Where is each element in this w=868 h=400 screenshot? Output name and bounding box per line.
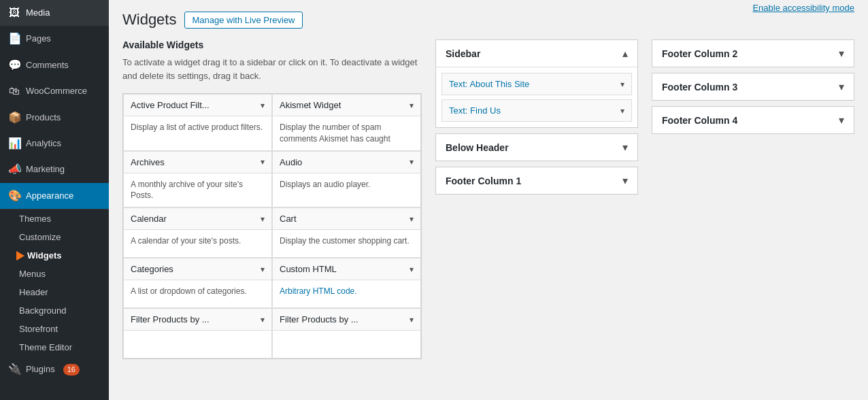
sidebar-item-label: Analytics — [26, 137, 61, 150]
woocommerce-icon: 🛍 — [8, 84, 20, 99]
sidebar-item-label: Marketing — [26, 163, 65, 176]
sidebar-item-comments[interactable]: 💬 Comments — [0, 52, 109, 78]
widget-title: Akismet Widget — [280, 100, 341, 110]
page-title: Widgets — [122, 11, 176, 29]
sidebar-area-sidebar-header[interactable]: Sidebar ▴ — [436, 40, 637, 67]
sidebar-item-marketing[interactable]: 📣 Marketing — [0, 156, 109, 182]
sidebar-area-title: Footer Column 1 — [446, 176, 521, 186]
chevron-down-icon: ▾ — [410, 101, 414, 110]
widget-label: Text: Find Us — [449, 105, 501, 116]
sidebar-area-sidebar-content: Text: About This Site ▾ Text: Find Us ▾ — [436, 67, 637, 127]
widget-title: Categories — [131, 264, 173, 274]
sidebar-area-footer-col-3: Footer Column 3 ▾ — [652, 73, 854, 101]
widget-title: Custom HTML — [280, 264, 337, 274]
submenu-theme-editor[interactable]: Theme Editor — [0, 338, 109, 356]
widget-title: Active Product Filt... — [131, 100, 210, 110]
media-icon: 🖼 — [8, 5, 20, 20]
chevron-down-icon: ▾ — [261, 101, 265, 110]
chevron-down-icon: ▾ — [261, 265, 265, 274]
sidebar-area-footer-col-4-header[interactable]: Footer Column 4 ▾ — [652, 107, 854, 133]
widget-categories: Categories ▾ A list or dropdown of categ… — [123, 258, 272, 308]
submenu-header[interactable]: Header — [0, 283, 109, 301]
sidebar-item-appearance[interactable]: 🎨 Appearance — [0, 183, 109, 209]
sidebar-item-analytics[interactable]: 📊 Analytics — [0, 131, 109, 156]
widget-desc: Display the customer shopping cart. — [273, 230, 420, 257]
chevron-down-icon: ▾ — [839, 80, 844, 93]
sidebar-area-below-header: Below Header ▾ — [435, 133, 638, 161]
widget-filter-products-1: Filter Products by ... ▾ — [123, 308, 272, 359]
widget-calendar: Calendar ▾ A calendar of your site's pos… — [123, 207, 272, 258]
submenu-storefront[interactable]: Storefront — [0, 320, 109, 338]
submenu-customize[interactable]: Customize — [0, 228, 109, 246]
sidebar-area-title: Sidebar — [446, 48, 480, 59]
plugins-icon: 🔌 — [8, 362, 20, 377]
widget-active-product-filt: Active Product Filt... ▾ Display a list … — [123, 94, 272, 151]
chevron-down-icon: ▾ — [410, 214, 414, 224]
sidebar-area-footer-col-1: Footer Column 1 ▾ — [435, 167, 638, 195]
enable-accessibility-link[interactable]: Enable accessibility mode — [752, 3, 854, 13]
sidebar-area-title: Footer Column 2 — [662, 48, 737, 59]
widgets-instructions: To activate a widget drag it to a sideba… — [122, 56, 422, 82]
text-widget-about[interactable]: Text: About This Site ▾ — [441, 73, 632, 95]
widget-filter-2-header[interactable]: Filter Products by ... ▾ — [273, 309, 420, 331]
sidebars-panel: Sidebar ▴ Text: About This Site ▾ — [435, 39, 854, 359]
sidebar-area-footer-col-1-header[interactable]: Footer Column 1 ▾ — [436, 167, 637, 194]
sidebar-item-pages[interactable]: 📄 Pages — [0, 26, 109, 52]
widget-title: Archives — [131, 157, 165, 167]
widget-desc: A calendar of your site's posts. — [124, 230, 271, 257]
submenu-widgets[interactable]: Widgets — [0, 246, 109, 265]
page-header: Widgets Manage with Live Preview — [122, 11, 854, 29]
chevron-down-icon: ▾ — [261, 157, 265, 167]
widget-desc: Arbitrary HTML code. — [273, 280, 420, 307]
sidebar-area-footer-col-2-header[interactable]: Footer Column 2 ▾ — [652, 40, 854, 67]
widget-categories-header[interactable]: Categories ▾ — [124, 259, 271, 280]
submenu-themes[interactable]: Themes — [0, 210, 109, 228]
widget-desc: Displays an audio player. — [273, 173, 420, 201]
chevron-down-icon: ▾ — [839, 114, 844, 127]
widget-custom-html: Custom HTML ▾ Arbitrary HTML code. — [272, 258, 421, 308]
widget-cart: Cart ▾ Display the customer shopping car… — [272, 207, 421, 258]
sidebar-item-media[interactable]: 🖼 Media — [0, 0, 109, 26]
sidebars-col-2: Footer Column 2 ▾ Footer Column 3 ▾ Foot… — [652, 39, 854, 359]
widget-audio-header[interactable]: Audio ▾ — [273, 152, 420, 173]
widget-akismet-header[interactable]: Akismet Widget ▾ — [273, 95, 420, 116]
widget-desc — [273, 331, 420, 358]
sidebar-area-footer-col-3-header[interactable]: Footer Column 3 ▾ — [652, 73, 854, 100]
widget-archives-header[interactable]: Archives ▾ — [124, 152, 271, 173]
marketing-icon: 📣 — [8, 162, 20, 177]
sidebar-item-woocommerce[interactable]: 🛍 WooCommerce — [0, 78, 109, 104]
chevron-down-icon: ▾ — [620, 106, 624, 116]
sidebar-item-products[interactable]: 📦 Products — [0, 105, 109, 131]
submenu-menus[interactable]: Menus — [0, 265, 109, 283]
sidebar-item-label: Products — [26, 112, 61, 124]
analytics-icon: 📊 — [8, 136, 20, 151]
widget-active-product-filt-header[interactable]: Active Product Filt... ▾ — [124, 95, 271, 116]
widget-label-value: Find Us — [470, 105, 501, 116]
widget-archives: Archives ▾ A monthly archive of your sit… — [123, 151, 272, 208]
text-widget-find-us[interactable]: Text: Find Us ▾ — [441, 99, 632, 122]
sidebar-area-title: Footer Column 3 — [662, 82, 737, 93]
sidebar-item-label: WooCommerce — [26, 85, 87, 97]
arrow-icon — [16, 251, 24, 261]
sidebar-item-label: Pages — [26, 33, 51, 45]
widget-calendar-header[interactable]: Calendar ▾ — [124, 208, 271, 230]
manage-live-preview-button[interactable]: Manage with Live Preview — [184, 12, 302, 29]
available-widgets-title: Available Widgets — [122, 39, 422, 50]
sidebar-item-plugins[interactable]: 🔌 Plugins 16 — [0, 356, 109, 382]
sidebar-area-below-header-header[interactable]: Below Header ▾ — [436, 134, 637, 161]
sidebar-item-label: Plugins — [26, 363, 55, 376]
widget-filter-1-header[interactable]: Filter Products by ... ▾ — [124, 309, 271, 331]
submenu-background[interactable]: Background — [0, 301, 109, 320]
widget-desc — [124, 331, 271, 358]
sidebar-area-footer-col-2: Footer Column 2 ▾ — [652, 39, 854, 67]
widget-custom-html-header[interactable]: Custom HTML ▾ — [273, 259, 420, 280]
products-icon: 📦 — [8, 110, 20, 125]
appearance-submenu: Themes Customize Widgets Menus Header Ba… — [0, 209, 109, 356]
widget-desc: Display the number of spam comments Akis… — [273, 116, 420, 150]
widget-title: Audio — [280, 157, 302, 167]
chevron-down-icon: ▾ — [620, 80, 624, 89]
widget-filter-products-2: Filter Products by ... ▾ — [272, 308, 421, 359]
chevron-down-icon: ▾ — [410, 315, 414, 324]
widget-cart-header[interactable]: Cart ▾ — [273, 208, 420, 230]
sidebar-area-sidebar: Sidebar ▴ Text: About This Site ▾ — [435, 39, 638, 128]
